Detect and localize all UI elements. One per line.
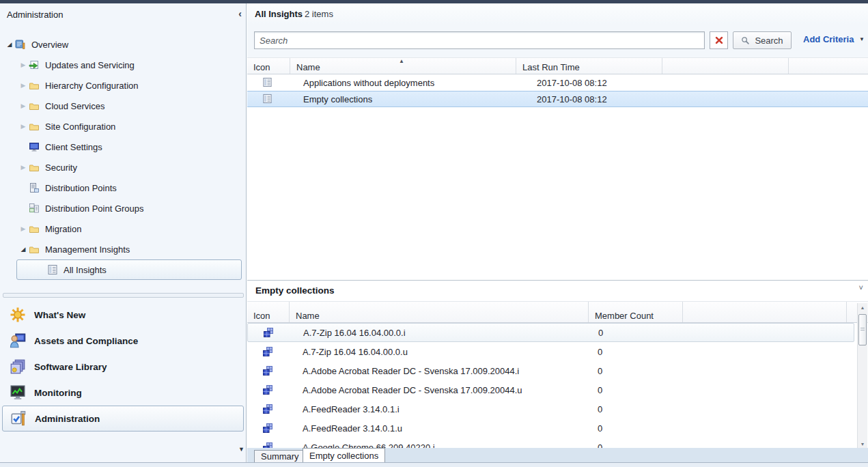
tree-item-migration[interactable]: ▶Migration: [0, 218, 246, 239]
insight-row[interactable]: Applications without deployments2017-10-…: [247, 74, 868, 91]
collection-row[interactable]: A.Adobe Acrobat Reader DC - Svenska 17.0…: [247, 361, 868, 380]
monitor-icon: [29, 141, 40, 152]
scroll-down-icon[interactable]: ▼: [858, 442, 867, 447]
folder-icon: [29, 100, 42, 111]
tree-expand-icon[interactable]: ▶: [18, 102, 29, 109]
assets-icon: [10, 332, 30, 349]
workspace-administration[interactable]: Administration: [2, 406, 244, 431]
tree-expand-icon[interactable]: ▶: [18, 123, 29, 130]
detail-title: Empty collections: [255, 285, 335, 296]
collection-row[interactable]: A.Adobe Acrobat Reader DC - Svenska 17.0…: [247, 380, 868, 399]
collection-icon: [248, 327, 290, 338]
vertical-scrollbar[interactable]: ▲ ▼: [857, 303, 867, 449]
item-count: 2 items: [305, 9, 333, 19]
tree-item-security[interactable]: ▶Security: [0, 157, 246, 178]
main-pane: All Insights 2 items Search Add Criteria…: [247, 3, 868, 462]
servers-icon: [29, 203, 42, 214]
folder-icon: [29, 100, 40, 111]
detail-pane: Empty collections ˅ Icon Name Member Cou…: [247, 280, 868, 448]
workspace-assets-and-compliance[interactable]: Assets and Compliance: [0, 328, 246, 354]
monitoring-icon: [10, 384, 26, 401]
tree-item-site-configuration[interactable]: ▶Site Configuration: [0, 116, 246, 137]
sidebar-splitter[interactable]: [3, 293, 244, 298]
folder-icon: [29, 162, 42, 173]
sidebar-title: Administration: [7, 10, 63, 20]
insight-name: Empty collections: [290, 94, 516, 104]
folder-icon: [29, 244, 40, 255]
tree-item-hierarchy-configuration[interactable]: ▶Hierarchy Configuration: [0, 75, 246, 96]
scrollbar-thumb[interactable]: [858, 314, 867, 345]
tree-item-distribution-point-groups[interactable]: Distribution Point Groups: [0, 198, 246, 218]
workspace-software-library[interactable]: Software Library: [0, 354, 246, 380]
sort-ascending-icon[interactable]: ▲: [399, 58, 404, 64]
tree-item-label: Migration: [45, 224, 81, 234]
collection-row[interactable]: A.FeedReader 3.14.0.1.i0: [247, 399, 868, 419]
whats-new-icon: [10, 307, 30, 323]
member-count: 0: [589, 328, 684, 338]
server-icon: [29, 182, 40, 193]
column-header-icon[interactable]: Icon: [247, 302, 290, 322]
search-input[interactable]: [254, 31, 705, 49]
tree-item-label: Overview: [31, 40, 68, 50]
workspace-what-s-new[interactable]: What's New: [0, 302, 246, 328]
folder-icon: [29, 162, 40, 173]
tree-collapse-icon[interactable]: ◢: [4, 41, 15, 48]
insight-icon: [247, 94, 290, 104]
insight-icon: [47, 264, 58, 275]
workspace-nav: What's NewAssets and ComplianceSoftware …: [0, 302, 246, 431]
scroll-up-icon[interactable]: ▲: [858, 305, 867, 310]
insight-row[interactable]: Empty collections2017-10-08 08:12: [247, 91, 868, 107]
tree-item-all-insights[interactable]: All Insights: [16, 259, 242, 280]
search-button[interactable]: Search: [733, 31, 792, 49]
collection-icon: [247, 346, 290, 357]
tree-expand-icon[interactable]: ▶: [18, 82, 29, 89]
tree-expand-icon[interactable]: ▶: [18, 164, 29, 171]
column-header-last-run-time[interactable]: Last Run Time: [516, 58, 662, 74]
collection-row[interactable]: A.FeedReader 3.14.0.1.u0: [247, 419, 868, 438]
folder-icon: [29, 80, 40, 91]
collection-row[interactable]: A.7-Zip 16.04 16.04.00.0.u0: [247, 342, 868, 361]
workspace-label: Software Library: [34, 362, 107, 372]
add-criteria-button[interactable]: Add Criteria ▼: [803, 34, 865, 44]
collection-row[interactable]: A.Google Chrome 66.209.40220.i0: [247, 438, 868, 449]
detail-collapse-icon[interactable]: ˅: [859, 283, 863, 292]
administration-icon: [10, 410, 31, 427]
column-header-blank: [662, 58, 789, 74]
tree-item-updates-and-servicing[interactable]: ▶Updates and Servicing: [0, 55, 246, 75]
collections-list: A.7-Zip 16.04 16.04.00.0.i0A.7-Zip 16.04…: [247, 323, 868, 449]
workspace-monitoring[interactable]: Monitoring: [0, 380, 246, 406]
overview-icon: [15, 39, 29, 50]
tree-item-client-settings[interactable]: Client Settings: [0, 137, 246, 157]
folder-icon: [29, 223, 40, 234]
member-count: 0: [589, 404, 683, 414]
tab-summary[interactable]: Summary: [254, 450, 306, 462]
overview-icon: [15, 39, 26, 50]
collection-row[interactable]: A.7-Zip 16.04 16.04.00.0.i0: [247, 323, 854, 342]
member-count: 0: [589, 423, 683, 434]
tree-item-management-insights[interactable]: ◢Management Insights: [0, 239, 246, 259]
insights-list: Applications without deployments2017-10-…: [247, 74, 868, 107]
tree-item-cloud-services[interactable]: ▶Cloud Services: [0, 96, 246, 116]
add-criteria-label: Add Criteria: [803, 34, 854, 44]
column-header-name[interactable]: Name: [290, 302, 589, 322]
sidebar-collapse-icon[interactable]: ‹: [238, 8, 242, 19]
tab-empty-collections[interactable]: Empty collections: [303, 448, 385, 462]
collection-icon: [262, 365, 273, 376]
member-count: 0: [589, 366, 683, 376]
tree-item-distribution-points[interactable]: Distribution Points: [0, 178, 246, 198]
insight-last-run-time: 2017-10-08 08:12: [516, 94, 662, 104]
tree-expand-icon[interactable]: ▶: [18, 61, 29, 68]
tree-collapse-icon[interactable]: ◢: [18, 246, 29, 253]
updates-icon: [29, 59, 40, 70]
column-header-icon[interactable]: Icon: [247, 58, 290, 74]
collection-icon: [263, 327, 274, 338]
nav-overflow-icon[interactable]: ▼: [238, 446, 244, 453]
clear-search-button[interactable]: [710, 31, 728, 49]
member-count: 0: [589, 347, 683, 357]
tree-expand-icon[interactable]: ▶: [18, 225, 29, 232]
tree-item-label: Site Configuration: [45, 122, 115, 132]
detail-tab-strip: SummaryEmpty collections: [247, 448, 868, 462]
column-header-member-count[interactable]: Member Count: [589, 302, 683, 322]
tree-item-overview[interactable]: ◢Overview: [0, 34, 246, 55]
monitor-icon: [29, 141, 42, 152]
